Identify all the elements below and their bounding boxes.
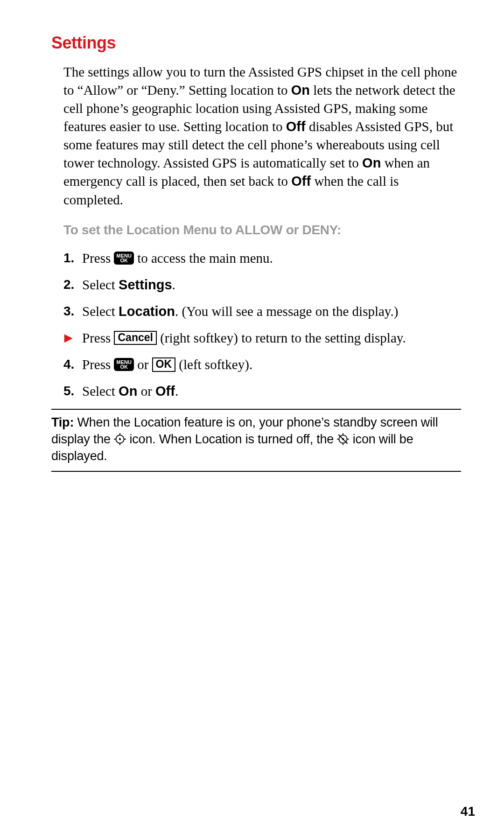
step-number: 1.	[63, 249, 74, 267]
text: Select	[82, 277, 119, 292]
step-4: 4. Press MENU OK or OK (left softkey).	[63, 356, 461, 374]
step-1: 1. Press MENU OK to access the main menu…	[63, 249, 461, 267]
step-number: 4.	[63, 356, 74, 373]
text: Select	[82, 384, 119, 399]
step-number: 5.	[63, 382, 74, 400]
step-2: 2. Select Settings.	[63, 276, 461, 294]
text: (right softkey) to return to the setting…	[160, 330, 406, 345]
step-number: 3.	[63, 302, 74, 320]
text: Press	[82, 251, 114, 266]
procedure-subhead: To set the Location Menu to ALLOW or DEN…	[63, 221, 461, 239]
text: Select	[82, 304, 119, 319]
page-number: 41	[461, 803, 475, 820]
tip-block: Tip: When the Location feature is on, yo…	[51, 409, 461, 472]
text: .	[175, 384, 178, 399]
location-on-icon	[114, 433, 126, 445]
step-number: 2.	[63, 276, 74, 294]
menu-ok-key-icon: MENU OK	[114, 358, 133, 371]
bold-settings: Settings	[119, 277, 172, 292]
bold-on: On	[291, 83, 310, 98]
manual-page: Settings The settings allow you to turn …	[0, 0, 504, 840]
cancel-softkey-icon: Cancel	[114, 331, 156, 345]
section-title: Settings	[51, 32, 461, 55]
bold-off: Off	[291, 174, 311, 189]
bold-on: On	[362, 155, 381, 170]
intro-paragraph: The settings allow you to turn the Assis…	[63, 63, 461, 209]
ok-softkey-icon: OK	[152, 357, 176, 371]
svg-point-1	[119, 438, 121, 440]
step-5: 5. Select On or Off.	[63, 382, 461, 400]
text: or	[137, 357, 152, 372]
location-off-icon	[337, 433, 349, 445]
text: to access the main menu.	[137, 251, 273, 266]
key-label-bottom: OK	[116, 258, 131, 263]
text: icon. When Location is turned off, the	[130, 432, 337, 446]
tip-label: Tip:	[51, 415, 74, 429]
bold-on: On	[119, 384, 137, 399]
text: (left softkey).	[179, 357, 252, 372]
procedure-steps: 1. Press MENU OK to access the main menu…	[63, 249, 461, 401]
step-3: 3. Select Location. (You will see a mess…	[63, 302, 461, 321]
text: .	[172, 277, 175, 292]
menu-ok-key-icon: MENU OK	[114, 252, 133, 265]
key-label-bottom: OK	[116, 364, 131, 369]
text: Press	[82, 330, 114, 345]
svg-line-12	[339, 434, 348, 444]
bold-off: Off	[286, 119, 306, 134]
text: . (You will see a message on the display…	[175, 304, 398, 319]
bold-location: Location	[119, 304, 175, 319]
text: or	[137, 384, 155, 399]
step-arrow: ▶ Press Cancel (right softkey) to return…	[63, 329, 461, 347]
arrow-bullet-icon: ▶	[64, 331, 72, 345]
bold-off: Off	[155, 384, 175, 399]
text: Press	[82, 357, 114, 372]
